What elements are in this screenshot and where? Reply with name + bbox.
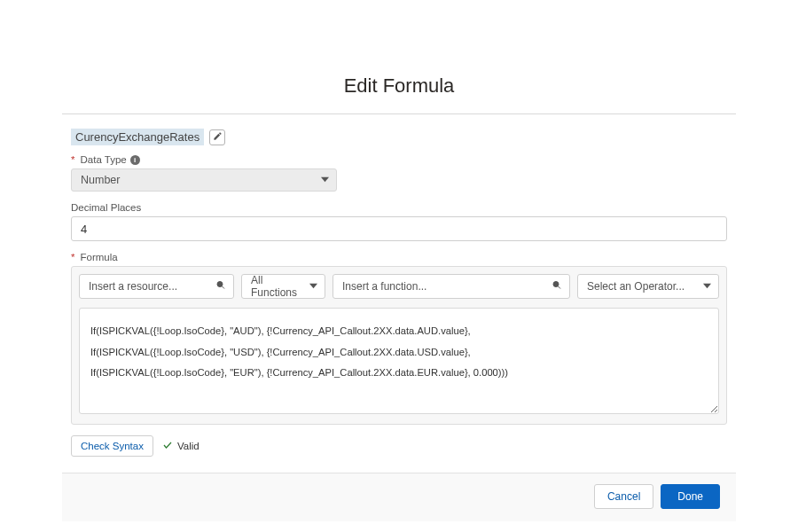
- resource-placeholder: Insert a resource...: [89, 280, 177, 293]
- valid-label: Valid: [177, 441, 200, 451]
- decimal-places-label: Decimal Places: [71, 202, 727, 213]
- data-type-value: Number: [81, 174, 120, 186]
- dialog-footer: Cancel Done: [62, 473, 736, 521]
- function-picker[interactable]: Insert a function...: [332, 274, 570, 299]
- data-type-label: * Data Type i: [71, 154, 727, 165]
- formula-builder: Insert a resource... All Functions Inser…: [71, 266, 727, 425]
- chevron-down-icon: [309, 280, 317, 293]
- syntax-status: Valid: [162, 440, 200, 452]
- formula-label-text: Formula: [80, 252, 117, 262]
- done-button[interactable]: Done: [661, 484, 720, 509]
- operator-placeholder: Select an Operator...: [587, 280, 685, 293]
- search-icon: [215, 280, 226, 293]
- data-type-field: * Data Type i Number: [71, 154, 727, 192]
- api-name-value: CurencyExchangeRates: [71, 129, 204, 145]
- required-marker: *: [71, 252, 74, 262]
- edit-formula-dialog: Edit Formula CurencyExchangeRates * Data…: [62, 62, 736, 521]
- syntax-row: Check Syntax Valid: [71, 435, 727, 457]
- svg-line-3: [558, 286, 560, 289]
- decimal-places-field: Decimal Places: [71, 202, 727, 241]
- edit-name-button[interactable]: [209, 129, 225, 145]
- api-name-row: CurencyExchangeRates: [71, 129, 736, 145]
- functions-label: All Functions: [251, 274, 301, 299]
- info-icon[interactable]: i: [130, 155, 140, 165]
- resource-picker[interactable]: Insert a resource...: [79, 274, 234, 299]
- svg-line-1: [222, 286, 224, 289]
- decimal-places-input[interactable]: [71, 216, 727, 241]
- data-type-select[interactable]: Number: [71, 168, 337, 192]
- check-syntax-button[interactable]: Check Syntax: [71, 435, 153, 457]
- check-icon: [162, 440, 173, 452]
- required-marker: *: [71, 154, 74, 165]
- operator-select[interactable]: Select an Operator...: [577, 274, 719, 299]
- function-placeholder: Insert a function...: [342, 280, 426, 293]
- pencil-icon: [213, 130, 223, 144]
- formula-field: * Formula Insert a resource... All Funct…: [71, 252, 727, 425]
- cancel-button[interactable]: Cancel: [594, 484, 653, 509]
- functions-select[interactable]: All Functions: [241, 274, 325, 299]
- formula-textarea[interactable]: [79, 308, 719, 414]
- formula-toolbar: Insert a resource... All Functions Inser…: [79, 274, 719, 299]
- chevron-down-icon: [321, 174, 329, 186]
- dialog-body: CurencyExchangeRates * Data Type i Numbe…: [62, 114, 736, 457]
- dialog-title: Edit Formula: [62, 62, 736, 114]
- search-icon: [552, 280, 562, 293]
- chevron-down-icon: [703, 280, 711, 293]
- data-type-label-text: Data Type: [80, 154, 126, 165]
- svg-point-0: [217, 282, 223, 287]
- formula-label: * Formula: [71, 252, 727, 262]
- svg-point-2: [553, 282, 559, 287]
